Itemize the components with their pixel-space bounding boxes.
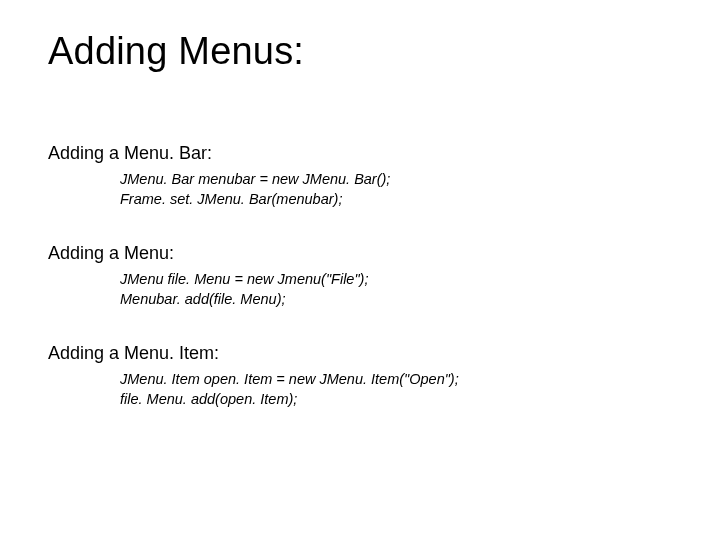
section-menu: Adding a Menu: JMenu file. Menu = new Jm… <box>48 243 672 309</box>
code-line: Menubar. add(file. Menu); <box>120 290 672 310</box>
code-line: JMenu. Bar menubar = new JMenu. Bar(); <box>120 170 672 190</box>
code-block: JMenu. Item open. Item = new JMenu. Item… <box>48 370 672 409</box>
section-heading: Adding a Menu. Item: <box>48 343 672 364</box>
slide-title: Adding Menus: <box>48 30 672 73</box>
code-line: JMenu file. Menu = new Jmenu("File"); <box>120 270 672 290</box>
section-heading: Adding a Menu. Bar: <box>48 143 672 164</box>
section-menuitem: Adding a Menu. Item: JMenu. Item open. I… <box>48 343 672 409</box>
code-line: JMenu. Item open. Item = new JMenu. Item… <box>120 370 672 390</box>
code-line: Frame. set. JMenu. Bar(menubar); <box>120 190 672 210</box>
code-line: file. Menu. add(open. Item); <box>120 390 672 410</box>
section-heading: Adding a Menu: <box>48 243 672 264</box>
code-block: JMenu file. Menu = new Jmenu("File"); Me… <box>48 270 672 309</box>
code-block: JMenu. Bar menubar = new JMenu. Bar(); F… <box>48 170 672 209</box>
section-menubar: Adding a Menu. Bar: JMenu. Bar menubar =… <box>48 143 672 209</box>
